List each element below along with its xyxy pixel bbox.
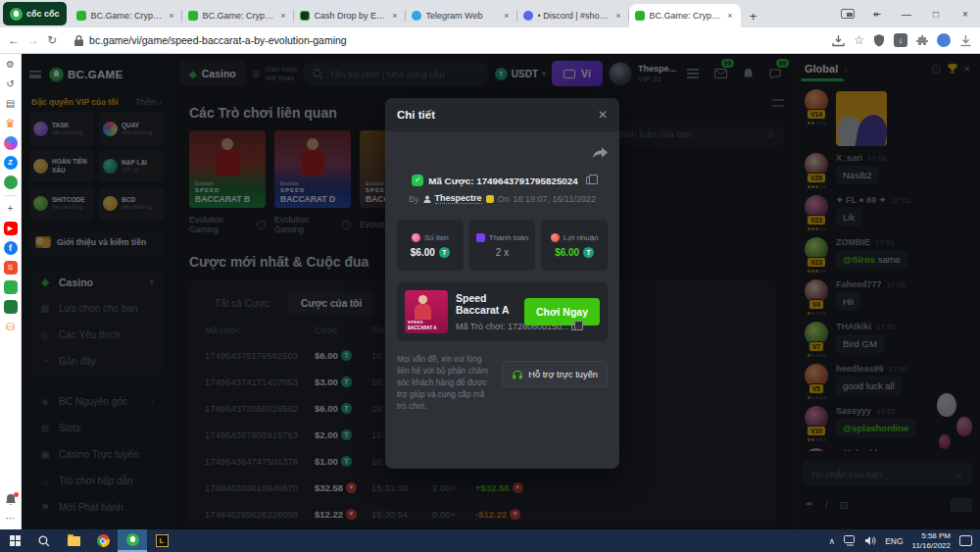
youtube-icon[interactable]: ▶: [4, 222, 18, 235]
browser-tab-5[interactable]: • Discord | #show-off-you ×: [517, 4, 629, 27]
browser-profile-avatar[interactable]: [937, 33, 951, 47]
play-now-button[interactable]: Chơi Ngay: [524, 298, 600, 326]
game-id-row: Mã Trò chơi: 1728060d15d...: [456, 322, 516, 331]
tab-title: BC.Game: Crypto Casino Gan: [203, 11, 274, 21]
more-icon[interactable]: ⋯: [4, 512, 18, 526]
modal-body: ✓ Mã Cược: 1749643791795825024 By Thespe…: [385, 131, 619, 422]
modal-header: Chi tiết ✕: [385, 98, 619, 131]
bet-stats: Số tiền $6.00T Thanh toán 2 x Lợi nhuận …: [397, 220, 608, 271]
extensions-icon[interactable]: [916, 34, 928, 46]
url-text: bc.game/vi/game/speed-baccarat-a-by-evol…: [89, 34, 347, 46]
discord-favicon: [523, 11, 533, 21]
league-of-legends-button[interactable]: L: [147, 529, 176, 552]
game-name: Speed Baccarat A: [456, 292, 516, 316]
forward-icon[interactable]: →: [27, 33, 39, 47]
taskbar-clock[interactable]: 5:58 PM 11/16/2022: [912, 531, 951, 551]
address-field[interactable]: bc.game/vi/game/speed-baccarat-a-by-evol…: [65, 31, 824, 50]
picture-in-picture-icon[interactable]: [841, 9, 855, 19]
crown-icon[interactable]: ♛: [4, 117, 18, 130]
modal-close-icon[interactable]: ✕: [598, 108, 608, 122]
feed-icon[interactable]: ▤: [4, 97, 18, 111]
close-button[interactable]: ×: [951, 9, 980, 20]
start-button[interactable]: [0, 529, 29, 552]
zalo-icon[interactable]: Z: [4, 156, 18, 170]
browser-tab-3[interactable]: Cash Drop by Evolution! Wo ×: [294, 4, 406, 27]
telegram-favicon: [412, 11, 421, 21]
reload-icon[interactable]: ↻: [47, 33, 57, 47]
support-row: Mọi vấn đề, xin vui lòng liên hệ với bộ …: [397, 353, 608, 412]
bet-datetime: 16:19:07, 16/11/2022: [514, 194, 596, 204]
send-to-device-icon[interactable]: ↞: [862, 9, 892, 20]
browser-tab-6-active[interactable]: BC.Game: Crypto Casino Gan ×: [629, 4, 741, 27]
tab-close-icon[interactable]: ×: [725, 11, 734, 21]
game-thumbnail[interactable]: SPEED BACCARAT A: [405, 290, 448, 333]
history-icon[interactable]: ↺: [4, 77, 18, 91]
shortcut-icon[interactable]: [4, 280, 18, 294]
shopee-icon[interactable]: S: [4, 261, 18, 275]
tray-expand-icon[interactable]: ∧: [829, 536, 836, 546]
speaker-icon[interactable]: [865, 535, 876, 546]
tab-title: BC.Game: Crypto Casino Gan: [650, 11, 721, 21]
cart-icon[interactable]: ⛁: [4, 320, 18, 333]
usdt-coin-icon: T: [583, 247, 594, 258]
tab-close-icon[interactable]: ×: [167, 11, 175, 21]
copy-icon[interactable]: [586, 176, 593, 184]
stat-profit: Lợi nhuận $6.00T: [541, 220, 608, 271]
browser-tab-strip: cốc cốc BC.Game: Crypto Casino Gan × BC.…: [0, 0, 980, 27]
download-active-icon[interactable]: ↓: [894, 33, 907, 47]
copy-icon[interactable]: [571, 323, 578, 330]
taskbar-tray: ∧ ENG 5:58 PM 11/16/2022: [829, 531, 980, 551]
bcgame-site: BC.GAME Đặc quyền VIP của tôi Thêm › TAS…: [22, 54, 980, 529]
headset-icon: [512, 369, 523, 379]
tab-close-icon[interactable]: ×: [278, 11, 287, 21]
modal-title: Chi tiết: [397, 109, 435, 121]
taskbar-search[interactable]: [29, 529, 59, 552]
maximize-button[interactable]: □: [921, 9, 951, 20]
language-indicator[interactable]: ENG: [885, 536, 903, 546]
divider: [5, 195, 17, 196]
tab-title: • Discord | #show-off-you: [538, 11, 610, 21]
bookmark-star-icon[interactable]: ☆: [854, 33, 864, 47]
settings-gear-icon[interactable]: ⚙: [4, 58, 18, 72]
back-icon[interactable]: ←: [8, 33, 20, 47]
window-controls: ↞ — □ ×: [833, 0, 980, 27]
coccoc-button[interactable]: [118, 529, 147, 552]
browser-tab-1[interactable]: BC.Game: Crypto Casino Gan ×: [71, 4, 182, 27]
add-shortcut-icon[interactable]: +: [4, 202, 18, 216]
clock-date: 11/16/2022: [912, 541, 951, 550]
search-icon: [38, 535, 50, 547]
verified-icon: ✓: [412, 175, 423, 186]
chrome-button[interactable]: [88, 529, 118, 552]
coccoc-brand-text: cốc cốc: [26, 9, 60, 19]
usdt-coin-icon: T: [439, 247, 450, 258]
coins-icon: [551, 233, 560, 242]
action-center-icon[interactable]: [959, 535, 972, 546]
live-support-button[interactable]: Hỗ trợ trực tuyến: [502, 361, 608, 387]
lol-icon: L: [156, 534, 169, 547]
tab-close-icon[interactable]: ×: [502, 11, 511, 21]
minimize-button[interactable]: —: [892, 9, 921, 20]
tab-close-icon[interactable]: ×: [613, 11, 622, 21]
facebook-icon[interactable]: f: [4, 241, 18, 255]
browser-tab-2[interactable]: BC.Game: Crypto Casino Gan ×: [182, 4, 294, 27]
support-note: Mọi vấn đề, xin vui lòng liên hệ với bộ …: [397, 353, 494, 412]
messenger-icon[interactable]: [4, 136, 18, 150]
games-icon[interactable]: [4, 176, 18, 189]
file-explorer-button[interactable]: [59, 529, 88, 552]
bet-author-name[interactable]: Thespectre: [435, 193, 482, 204]
new-tab-button[interactable]: +: [743, 6, 764, 27]
screen: cốc cốc BC.Game: Crypto Casino Gan × BC.…: [0, 0, 980, 552]
wallet-icon: [476, 233, 485, 242]
windows-logo-icon: [10, 535, 21, 546]
save-icon[interactable]: [832, 34, 845, 47]
notifications-bell[interactable]: [5, 493, 17, 506]
browser-tab-4[interactable]: Telegram Web ×: [406, 4, 517, 27]
browser-url-bar: ← → ↻ bc.game/vi/game/speed-baccarat-a-b…: [0, 27, 980, 54]
clock-time: 5:58 PM: [921, 531, 951, 540]
share-icon[interactable]: [593, 147, 608, 160]
ncov-icon[interactable]: [4, 300, 18, 314]
network-icon[interactable]: [844, 535, 857, 546]
downloads-icon[interactable]: [959, 34, 972, 47]
tab-close-icon[interactable]: ×: [390, 11, 399, 21]
shield-icon[interactable]: [873, 34, 885, 47]
